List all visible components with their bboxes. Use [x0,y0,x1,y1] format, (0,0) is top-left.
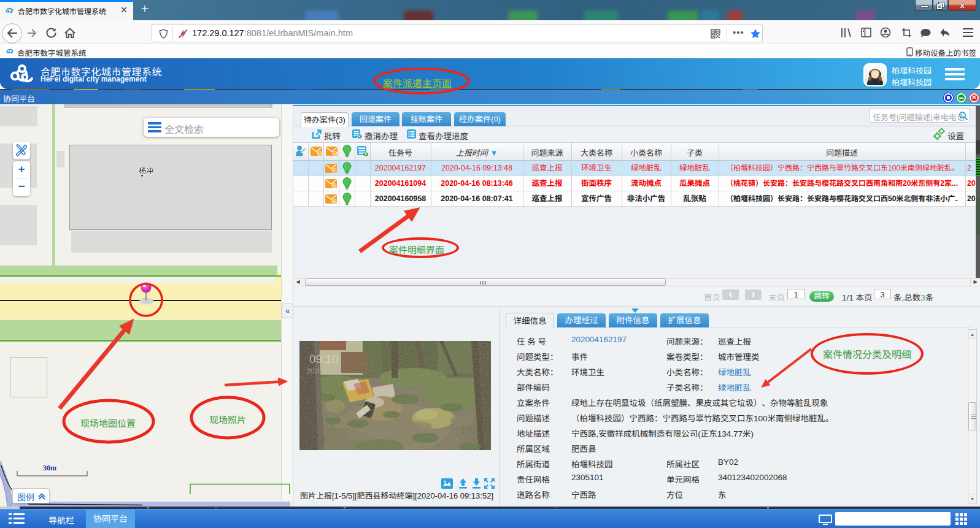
svg-text:09:10: 09:10 [309,353,339,365]
svg-text:2020-04-16: 2020-04-16 [307,367,341,375]
